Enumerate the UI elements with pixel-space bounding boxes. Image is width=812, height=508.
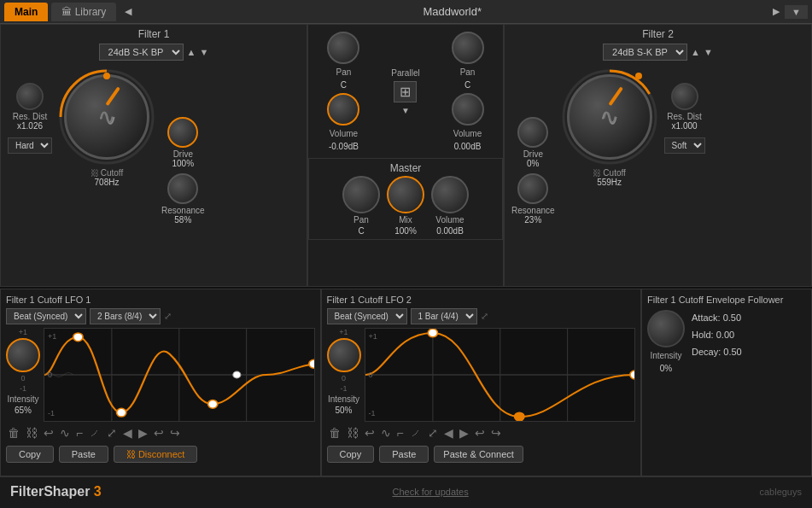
lfo1-flip-icon[interactable]: ↪ [168,425,182,441]
lfo2-square-icon[interactable]: ⌐ [395,425,406,441]
lfo2-plus-label: +1 [339,328,348,336]
filter1-resdist-label: Res. Dist [13,112,48,121]
env-decay-label: Decay: [692,347,721,357]
filter1-pan-knob[interactable] [327,32,359,64]
main-tab[interactable]: Main [4,3,48,21]
lfo1-prev-icon[interactable]: ◀ [121,425,134,441]
master-panel: Master Pan C Mix 100% Volume 0.00dB [308,158,503,240]
lfo2-mode-select[interactable]: Beat (Synced) [327,308,407,324]
master-pan-group: Pan C [342,176,380,236]
parallel-toggle[interactable]: ⊞ [394,81,417,102]
filter1-title: Filter 1 [4,28,303,40]
lfo1-mode-select[interactable]: Beat (Synced) [6,308,86,324]
master-vol-knob[interactable] [431,176,469,213]
filter2-resdist-knob[interactable] [671,83,698,110]
lfo2-paste-connect-button[interactable]: Paste & Connect [434,446,523,463]
lfo2-loop-icon[interactable]: ⛓ [345,425,360,441]
parallel-dropdown-arrow[interactable]: ▼ [401,106,410,115]
lfo1-next-icon[interactable]: ▶ [137,425,149,441]
lfo2-random-icon[interactable]: ⤢ [426,425,440,441]
lfo1-copy-button[interactable]: Copy [6,446,54,463]
lfo2-delete-icon[interactable]: 🗑 [327,425,342,441]
lfo2-next-icon[interactable]: ▶ [458,425,470,441]
master-mix-knob[interactable] [387,176,424,213]
filter2-drive-knob[interactable] [517,117,548,148]
lfo2-rate-select[interactable]: 1 Bar (4/4) [411,308,477,324]
filter2-type-arrow1[interactable]: ▲ [691,47,700,57]
filter2-pan-knob[interactable] [452,32,484,64]
svg-point-6 [73,333,83,342]
filter2-main-knob-container[interactable]: ∿ [558,66,661,168]
lfo2-paste-button[interactable]: Paste [379,446,429,463]
filter1-type-arrow2[interactable]: ▼ [200,47,209,57]
filter2-vol-knob[interactable] [452,93,484,126]
top-bar: Main 🏛 Library ◀ Maddworld* ▶ ▼ [0,0,812,24]
filter1-right-controls: Drive 100% Resonance 58% [161,66,205,225]
svg-point-15 [428,329,437,337]
lfo2-intensity-label: Intensity [328,394,359,404]
lfo1-rewind-icon[interactable]: ↩ [152,425,166,441]
master-pan-value: C [358,226,364,236]
filter2-type-arrow2[interactable]: ▼ [704,47,713,57]
lfo2-intensity-knob[interactable] [327,338,361,372]
filter1-resdist-knob[interactable] [16,83,44,110]
filter2-type-select[interactable]: 24dB S-K BP [603,44,687,61]
lfo2-title: Filter 1 Cutoff LFO 2 [327,295,636,305]
filter1-drive-label: Drive [173,149,193,159]
lfo1-loop-icon[interactable]: ⛓ [24,425,39,441]
lfo2-flip-icon[interactable]: ↪ [489,425,503,441]
lfo1-sawtooth-icon[interactable]: ⟋ [87,425,102,441]
filter1-resonance-value: 58% [174,215,191,225]
preset-title: Maddworld* [137,5,768,18]
filter1-type-select[interactable]: 24dB S-K BP [99,44,184,61]
lfo1-graph[interactable]: +1 0 -1 [44,328,315,422]
lfo2-copy-button[interactable]: Copy [327,446,375,463]
library-tab[interactable]: 🏛 Library [51,3,116,21]
lfo2-prev-icon[interactable]: ◀ [442,425,455,441]
lfo1-intensity-knob[interactable] [6,338,40,372]
lfo2-panel: Filter 1 Cutoff LFO 2 Beat (Synced) 1 Ba… [321,289,642,476]
lfo2-rewind-icon[interactable]: ↩ [473,425,487,441]
lfo1-delete-icon[interactable]: 🗑 [6,425,21,441]
lfo1-square-icon[interactable]: ⌐ [74,425,85,441]
lfo1-expand-icon[interactable]: ⤢ [164,311,172,322]
lfo1-minus-label: -1 [20,384,26,393]
lfo2-graph[interactable]: +1 0 -1 [365,328,636,422]
preset-dropdown[interactable]: ▼ [785,5,808,19]
filter2-saturation-select[interactable]: Soft [664,137,705,154]
filter2-large-knob[interactable]: ∿ [567,74,652,160]
lfo1-undo-icon[interactable]: ↩ [42,425,55,441]
footer-brand: cableguys [759,487,802,497]
lfo2-expand-icon[interactable]: ⤢ [481,311,488,322]
footer-check-updates-link[interactable]: Check for updates [392,487,468,497]
nav-back-arrow[interactable]: ◀ [120,4,137,19]
filter1-type-arrow1[interactable]: ▲ [187,47,196,57]
filter1-vol-knob[interactable] [327,93,359,126]
lfo2-sawtooth-icon[interactable]: ⟋ [408,425,424,441]
nav-forward-arrow[interactable]: ▶ [768,4,785,19]
lfo1-graph-zero: 0 [48,371,52,379]
master-controls: Pan C Mix 100% Volume 0.00dB [342,176,469,236]
filter2-resonance-knob[interactable] [517,173,548,204]
lfo1-rate-select[interactable]: 2 Bars (8/4) [90,308,161,324]
lfo1-controls: Beat (Synced) 2 Bars (8/4) ⤢ [6,308,315,324]
filter1-left-col: Res. Dist x1.026 Hard [8,66,52,154]
master-vol-label: Volume [435,215,464,225]
svg-point-10 [309,359,314,368]
filter1-drive-knob[interactable] [167,117,198,148]
filter1-main-knob-container[interactable]: ∿ [55,66,158,168]
lfo1-title: Filter 1 Cutoff LFO 1 [6,295,315,305]
footer: FilterShaper 3 Check for updates cablegu… [0,476,812,506]
lfo1-disconnect-button[interactable]: ⛓ Disconnect [114,446,197,463]
lfo1-sine-icon[interactable]: ∿ [58,425,72,441]
filter1-pan-label: Pan [336,67,352,77]
filter1-saturation-select[interactable]: Hard [8,137,52,154]
filter1-large-knob[interactable]: ∿ [64,74,149,160]
lfo1-paste-button[interactable]: Paste [59,446,108,463]
env-intensity-knob[interactable] [647,310,685,347]
filter1-resonance-knob[interactable] [167,173,198,204]
lfo1-random-icon[interactable]: ⤢ [105,425,119,441]
lfo2-sine-icon[interactable]: ∿ [379,425,393,441]
master-pan-knob[interactable] [342,176,380,213]
lfo2-undo-icon[interactable]: ↩ [363,425,377,441]
